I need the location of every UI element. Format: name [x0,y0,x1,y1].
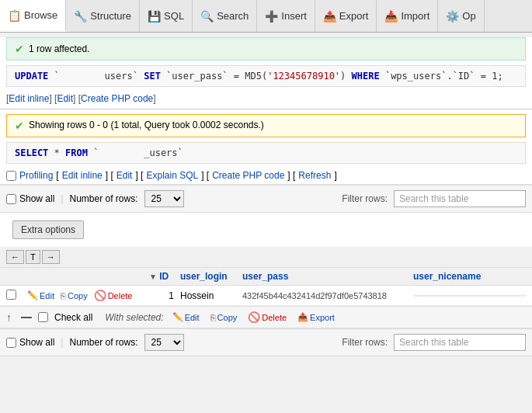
edit-inline-link-1[interactable]: Edit inline [9,93,49,104]
search-input-bottom[interactable] [394,334,526,351]
alert2-message: Showing rows 0 - 0 (1 total, Query took … [29,120,264,130]
insert-icon: ➕ [265,10,278,23]
rows-select-top[interactable]: 25 50 100 250 500 [144,190,184,207]
edit-link-1[interactable]: Edit [57,93,73,104]
check-all-checkbox[interactable] [38,312,48,322]
row-login-value: Hossein [180,290,242,301]
profiling-link[interactable]: Profiling [19,170,53,181]
controls-bottom-row: Show all | Number of rows: 25 50 100 250… [0,328,532,356]
nav-left-button[interactable]: ← [6,250,24,264]
query1-value: '12345678910' [267,71,340,82]
query1-md5: MD5( [245,71,267,82]
toolbar: 📋 Browse 🔧 Structure 💾 SQL 🔍 Search ➕ In… [0,0,532,33]
row-nicename-value [413,295,526,297]
column-headers: ▼ ID user_login user_pass user_nicename [0,268,532,286]
query1-keyword-where: WHERE [352,71,385,82]
toolbar-export-label: Export [339,10,369,22]
delete-row-button[interactable]: 🚫 Delete [92,289,135,302]
toolbar-import[interactable]: 📥 Import [377,0,438,32]
delete-icon: 🚫 [94,290,106,301]
show-all-checkbox-bottom[interactable] [6,338,16,348]
rows-select-bottom[interactable]: 25 50 100 250 500 [144,334,184,351]
query2-star: * [54,148,65,158]
create-php-link-2[interactable]: Create PHP code [212,170,284,181]
query1-keyword-set: SET [144,71,161,82]
query1-paren: ) [340,71,346,82]
toolbar-browse-label: Browse [24,9,57,21]
check-icon-1: ✔ [15,43,24,55]
query2-keyword-from: FROM [65,148,88,158]
toolbar-insert[interactable]: ➕ Insert [257,0,315,32]
extra-options-container: Extra options [0,213,532,247]
toolbar-sql[interactable]: 💾 SQL [140,0,193,32]
query2-keyword-select: SELECT [15,148,48,158]
header-pass-col[interactable]: user_pass [242,271,413,282]
header-nicename-col[interactable]: user_nicename [413,271,526,282]
query1-keyword-update: UPDATE [15,71,48,82]
create-php-link-1[interactable]: Create PHP code [81,93,153,104]
row-pass-value: 432f45b44c432414d2f97df0e5743818 [242,291,413,300]
check-all-label: Check all [54,312,92,323]
bulk-export-button[interactable]: 📤 Export [295,311,337,323]
nav-middle-button[interactable]: T [26,250,40,264]
header-id-col[interactable]: ▼ ID [149,271,180,282]
row-id-value: 1 [149,290,180,301]
header-nicename-label: user_nicename [413,271,481,282]
bottom-nav-line [21,317,32,318]
bulk-copy-label: Copy [217,313,238,322]
query1-where-clause: `wps_users`.`ID` = 1; [385,71,503,82]
header-login-label: user_login [180,271,228,282]
table-nav-row: ← T → [0,247,532,268]
row-checkbox[interactable] [6,290,16,300]
edit-inline-link-2[interactable]: Edit inline [62,170,103,181]
number-of-rows-label-bottom: Number of rows: [69,337,137,348]
edit-row-button[interactable]: ✏️ Edit [25,290,57,301]
query-block-2: SELECT * FROM ` _users` [6,142,526,164]
edit-link-2[interactable]: Edit [116,170,133,181]
refresh-link[interactable]: Refresh [298,170,331,181]
import-icon: 📥 [384,10,398,23]
toolbar-search[interactable]: 🔍 Search [193,0,257,32]
header-pass-label: user_pass [242,271,288,282]
bulk-export-label: Export [310,313,335,322]
toolbar-operations[interactable]: ⚙️ Op [438,0,484,32]
bulk-edit-icon: ✏️ [172,312,183,322]
query-block-1: UPDATE ` users` SET `user_pass` = MD5('1… [6,65,526,87]
header-login-col[interactable]: user_login [180,271,242,282]
row-actions-col: ✏️ Edit ⎘ Copy 🚫 Delete [25,289,149,302]
content-area: ✔ 1 row affected. UPDATE ` users` SET `u… [0,37,532,356]
toolbar-browse[interactable]: 📋 Browse [0,0,66,32]
profiling-checkbox[interactable] [6,171,16,181]
toolbar-export[interactable]: 📤 Export [315,0,377,32]
bulk-copy-button[interactable]: ⎘ Copy [208,312,240,323]
toolbar-structure[interactable]: 🔧 Structure [66,0,140,32]
copy-icon: ⎘ [61,291,66,300]
header-id-label: ID [159,271,169,282]
success-alert-1: ✔ 1 row affected. [6,37,526,61]
query2-table: ` _users` [93,148,183,158]
extra-options-button[interactable]: Extra options [12,220,84,239]
show-all-label-top[interactable]: Show all [6,193,54,204]
bulk-delete-label: Delete [262,313,287,322]
op-icon: ⚙️ [446,10,459,23]
bulk-delete-button[interactable]: 🚫 Delete [245,311,289,324]
nav-right-button[interactable]: → [42,250,60,264]
explain-sql-link[interactable]: Explain SQL [146,170,198,181]
delete-label: Delete [108,291,133,300]
show-all-text-top: Show all [19,193,54,204]
bulk-edit-button[interactable]: ✏️ Edit [170,311,202,323]
bottom-actions-row: ↑ Check all With selected: ✏️ Edit ⎘ Cop… [0,306,532,328]
toolbar-op-label: Op [462,10,475,22]
toolbar-insert-label: Insert [281,10,307,22]
edit-icon: ✏️ [27,290,38,300]
copy-row-button[interactable]: ⎘ Copy [58,290,90,301]
row-checkbox-col [6,290,25,302]
number-of-rows-label-top: Number of rows: [69,193,137,204]
edit-links-1: [Edit inline] [Edit] [Create PHP code] [0,90,532,109]
bulk-edit-label: Edit [185,313,200,322]
show-all-label-bottom[interactable]: Show all [6,337,54,348]
search-icon: 🔍 [200,10,214,23]
search-input-top[interactable] [394,190,526,207]
show-all-checkbox-top[interactable] [6,194,16,204]
sql-icon: 💾 [148,10,161,23]
